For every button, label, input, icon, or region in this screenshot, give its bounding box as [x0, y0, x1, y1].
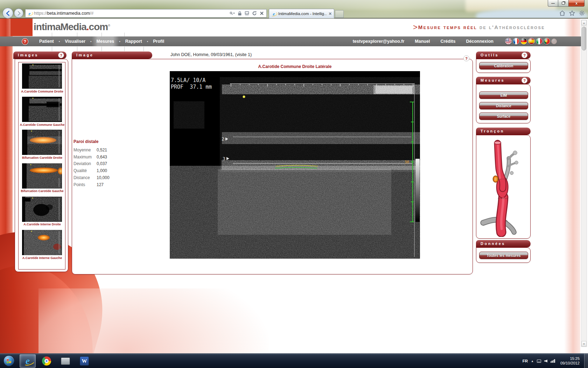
marker-2-label: 2 — [222, 136, 224, 142]
surface-button[interactable]: Surface — [479, 113, 528, 120]
scroll-down-button[interactable]: ▼ — [581, 341, 587, 347]
taskbar-word-button[interactable]: W — [76, 354, 92, 368]
language-it-flag[interactable] — [536, 38, 542, 45]
restore-button[interactable] — [558, 0, 568, 7]
thumbnail-label: Bifurcation Carotide Gauche — [19, 189, 66, 193]
scroll-up-button[interactable]: ▲ — [581, 20, 587, 26]
language-indicator[interactable]: FR — [523, 359, 528, 363]
minimize-button[interactable]: — — [548, 0, 558, 7]
nav-item-profil[interactable]: Profil — [148, 36, 169, 46]
app-window-icon — [61, 357, 70, 365]
nav-tick — [144, 47, 144, 51]
browser-forward-button[interactable] — [14, 8, 23, 18]
tray-time: 15:25 — [570, 356, 580, 361]
search-icon[interactable] — [230, 11, 235, 16]
language-fr-flag[interactable] — [513, 38, 519, 45]
calibration-button[interactable]: Calibration — [479, 62, 528, 69]
page-swoosh — [38, 288, 270, 353]
thumbnail-carotide-commune-gauche[interactable] — [22, 97, 62, 122]
restore-icon — [562, 2, 565, 5]
thumbnail-bifurcation-carotide-droite[interactable] — [22, 130, 62, 155]
thumbnail-carotide-interne-droite[interactable] — [22, 197, 62, 222]
site-logo[interactable]: intimaMedia.com® — [34, 21, 110, 33]
nav-link-deconnexion[interactable]: Déconnexion — [466, 39, 494, 44]
compatibility-view-icon[interactable] — [244, 11, 250, 16]
taskbar-chrome-button[interactable] — [38, 354, 55, 368]
thumbnail-carotide-commune-droite[interactable] — [22, 63, 62, 89]
clock[interactable]: 15:25 09/10/2012 — [560, 356, 580, 366]
distance-button[interactable]: Distance — [479, 102, 528, 109]
nav-tick — [77, 33, 77, 36]
address-bar[interactable]: e https://beta.intimamedia.com/# — [25, 9, 267, 18]
url-text[interactable]: https://beta.intimamedia.com/# — [34, 11, 230, 16]
all-measures-button[interactable]: Toutes les mesures — [479, 252, 528, 259]
measurement-row: Points127 — [74, 182, 126, 189]
measures-help-icon[interactable]: ? — [522, 77, 527, 83]
probe-info-text: 7.5LA/ 10/A — [171, 77, 205, 83]
page-scrollbar[interactable]: ▲ ▼ — [581, 20, 587, 347]
language-faded-dot — [551, 39, 557, 44]
start-button[interactable] — [4, 355, 14, 366]
nav-link-credits[interactable]: Crédits — [440, 39, 455, 44]
scrollbar-thumb[interactable] — [582, 27, 586, 50]
images-help-icon[interactable]: ? — [58, 52, 64, 58]
keyboard-icon[interactable] — [537, 360, 541, 363]
measurement-row: Qualité1,000 — [74, 168, 126, 175]
image-help-icon[interactable]: ? — [463, 55, 469, 61]
new-tab-button[interactable] — [335, 10, 344, 18]
tools-gear-icon[interactable] — [579, 10, 585, 16]
images-panel: A.Carotide Commune Droite A.Carotide Com… — [15, 59, 68, 272]
thumbnail-bifurcation-carotide-gauche[interactable] — [22, 163, 62, 189]
browser-back-button[interactable] — [2, 8, 13, 19]
troncon-panel-tab: Tronçon — [476, 128, 531, 135]
eim-button[interactable]: EIM — [479, 91, 528, 99]
measurement-row: Distance10,000 — [74, 175, 126, 182]
language-es-flag[interactable] — [528, 38, 535, 45]
nav-item-rapport[interactable]: Rapport — [120, 36, 147, 46]
address-bar-icons — [230, 11, 265, 16]
ultrasound-image[interactable]: 30 7.5LA/ 10/A PROF 37.1 mm 2 3 — [170, 71, 420, 259]
nav-help-icon[interactable]: ? — [22, 38, 28, 45]
tools-help-icon[interactable]: ? — [522, 52, 527, 58]
ie-site-icon: e — [27, 11, 32, 16]
nav-item-visualiser[interactable]: Visualiser — [60, 36, 90, 46]
nav-link-manuel[interactable]: Manuel — [415, 39, 430, 44]
refresh-icon[interactable] — [252, 11, 257, 16]
language-us-flag[interactable] — [505, 38, 512, 45]
taskbar-ie-button[interactable]: e — [20, 354, 36, 368]
favorites-star-icon[interactable] — [569, 10, 575, 16]
nav-item-mesures[interactable]: Mesures — [92, 36, 119, 46]
measures-panel: EIM Distance Surface — [476, 84, 531, 123]
marker-3-label: 3 — [223, 156, 225, 161]
browser-command-icons — [559, 10, 585, 16]
measurement-row: Maximum0,643 — [74, 154, 126, 161]
tools-panel: Calibration — [476, 59, 531, 73]
taskbar-app-button[interactable] — [57, 354, 74, 368]
language-pt-flag[interactable] — [544, 38, 550, 45]
troncon-panel — [476, 135, 531, 239]
home-icon[interactable] — [559, 10, 565, 16]
stop-icon[interactable] — [259, 11, 264, 16]
patient-info: John DOE, Homme, 09/03/1961, (visite 1) — [170, 52, 252, 57]
site-header: intimaMedia.com® >Mesure temps réel de l… — [0, 19, 588, 36]
show-hidden-icons-icon[interactable]: ▲ — [531, 360, 534, 363]
thumbnail-label: A.Carotide Commune Gauche — [19, 123, 66, 127]
yellow-marker-dot — [243, 96, 245, 98]
close-button[interactable]: x — [568, 0, 584, 7]
window-controls: — x — [548, 0, 584, 7]
measurement-results: Paroi distale Moyenne0,521 Maximum0,643 … — [74, 139, 126, 188]
browser-tab[interactable]: e IntimaMedia.com - Intellig... ✕ — [269, 9, 334, 18]
nav-item-patient[interactable]: Patient — [34, 36, 59, 46]
thumbnail-label: A.Carotide Commune Droite — [19, 90, 66, 93]
nav-tick — [124, 33, 125, 36]
carotid-artery-diagram[interactable] — [478, 137, 529, 237]
measurement-row: Moyenne0,521 — [74, 147, 126, 154]
network-icon[interactable] — [551, 359, 555, 363]
thumbnail-carotide-interne-gauche[interactable] — [22, 230, 62, 255]
data-panel-tab: Données — [476, 240, 531, 247]
tab-close-icon[interactable]: ✕ — [329, 12, 332, 16]
site-tagline: >Mesure temps réel de l'Athérosclérose — [413, 23, 567, 32]
volume-icon[interactable] — [544, 360, 547, 362]
language-de-flag[interactable] — [520, 38, 527, 45]
show-desktop-button[interactable] — [584, 354, 588, 368]
